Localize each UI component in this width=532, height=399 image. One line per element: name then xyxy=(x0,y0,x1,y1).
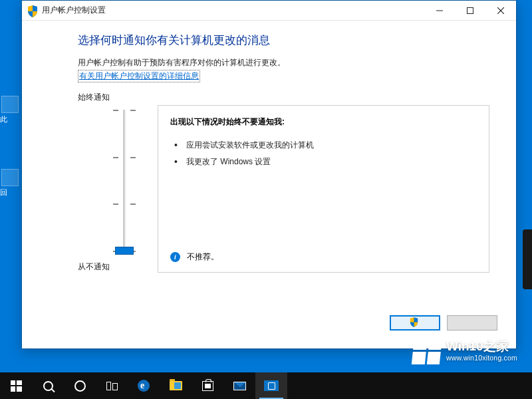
uac-shield-icon xyxy=(27,5,38,16)
watermark-title: Win10之家 xyxy=(446,340,517,352)
folder-icon xyxy=(170,381,182,390)
uac-level-slider[interactable] xyxy=(112,110,137,252)
close-button[interactable] xyxy=(485,1,516,21)
taskbar-edge[interactable] xyxy=(128,372,160,399)
desktop-icon-fragment: 此 xyxy=(0,94,20,124)
uac-shield-icon xyxy=(410,317,418,329)
titlebar[interactable]: 用户帐户控制设置 xyxy=(22,1,516,21)
taskbar-search[interactable] xyxy=(32,372,64,399)
taskbar[interactable] xyxy=(0,372,532,399)
taskbar-taskview[interactable] xyxy=(96,372,128,399)
mail-icon xyxy=(233,382,246,390)
info-icon: i xyxy=(170,252,180,262)
maximize-button[interactable] xyxy=(455,1,485,21)
page-description: 用户帐户控制有助于预防有害程序对你的计算机进行更改。 xyxy=(78,57,489,68)
watermark-url: www.win10xitong.com xyxy=(446,354,517,362)
taskbar-mail[interactable] xyxy=(223,372,255,399)
start-button[interactable] xyxy=(0,372,32,399)
taskbar-control-panel[interactable] xyxy=(255,372,287,399)
search-icon xyxy=(43,381,53,391)
watermark: Win10之家 www.win10xitong.com xyxy=(413,336,517,364)
learn-more-link[interactable]: 有关用户帐户控制设置的详细信息 xyxy=(78,70,200,82)
svg-rect-1 xyxy=(467,7,473,13)
edge-icon xyxy=(138,380,150,392)
content-area: 选择何时通知你有关计算机更改的消息 用户帐户控制有助于预防有害程序对你的计算机进… xyxy=(22,21,516,309)
panel-heading: 出现以下情况时始终不要通知我: xyxy=(170,116,477,128)
panel-footer-text: 不推荐。 xyxy=(187,251,219,263)
windows-logo-icon xyxy=(412,336,442,364)
store-icon xyxy=(202,381,213,391)
taskbar-cortana[interactable] xyxy=(64,372,96,399)
control-panel-icon xyxy=(264,380,279,391)
slider-label-bottom: 从不通知 xyxy=(78,261,158,273)
desktop-icon-fragment: 回 xyxy=(0,168,20,198)
taskbar-store[interactable] xyxy=(192,372,223,399)
page-title: 选择何时通知你有关计算机更改的消息 xyxy=(78,33,489,48)
panel-item: 应用尝试安装软件或更改我的计算机 xyxy=(182,137,477,154)
panel-item: 我更改了 Windows 设置 xyxy=(182,154,477,170)
ok-button[interactable] xyxy=(390,315,440,331)
taskview-icon xyxy=(106,382,118,390)
window-title: 用户帐户控制设置 xyxy=(42,5,106,16)
taskbar-explorer[interactable] xyxy=(160,372,192,399)
cortana-icon xyxy=(74,380,86,392)
slider-thumb[interactable] xyxy=(115,247,134,255)
slider-label-top: 始终通知 xyxy=(78,92,158,103)
side-widget xyxy=(523,229,532,289)
uac-settings-window: 用户帐户控制设置 选择何时通知你有关计算机更改的消息 用户帐户控制有助于预防有害… xyxy=(21,0,517,349)
minimize-button[interactable] xyxy=(424,1,455,21)
notification-panel: 出现以下情况时始终不要通知我: 应用尝试安装软件或更改我的计算机 我更改了 Wi… xyxy=(158,105,489,273)
windows-logo-icon xyxy=(11,380,22,392)
cancel-button[interactable] xyxy=(447,315,497,331)
